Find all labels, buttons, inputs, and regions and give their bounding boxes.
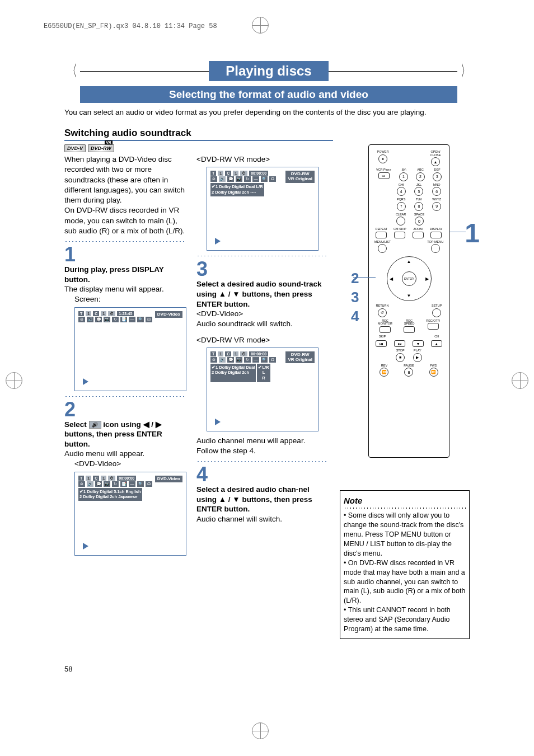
remote-eject-label: OPEN/ CLOSE xyxy=(430,151,441,157)
remote-recspeed-label: REC SPEED xyxy=(404,320,415,326)
remote-skip-label: SKIP xyxy=(379,335,386,339)
osd2-track-1: ✔1 Dolby Digital 5.1ch English xyxy=(79,489,141,495)
osd2-t: T xyxy=(78,476,84,481)
callout-1: 1 xyxy=(465,218,480,248)
dpad-up-icon: ▲ xyxy=(407,259,411,264)
step-2-screen: T 1 C 1 ⏱ 00:00:00 ⊘ 🔊 💬 📷 ↻ 📑 xyxy=(74,472,186,556)
osd2-track-2: 2 Dolby Digital 2ch Japanese xyxy=(79,494,141,500)
osdm-i8: ☊ xyxy=(269,176,276,182)
step-3-mode1: <DVD-Video> xyxy=(196,309,326,319)
remote-skip-fwd-button: ⏭ xyxy=(394,340,405,347)
dpad-right-icon: ▶ xyxy=(425,276,429,281)
chevron-right-icon: 〉 xyxy=(461,60,470,82)
remote-rev-button: ⏪ xyxy=(380,368,388,377)
step-2-heading-pre: Select xyxy=(64,420,89,429)
osd-icon-3: 💬 xyxy=(95,317,102,322)
dpad-down-icon: ▼ xyxy=(407,293,411,298)
remote-return-label: RETURN xyxy=(376,304,389,308)
intro-text: You can select an audio or video format … xyxy=(64,107,473,118)
remote-topmenu-button xyxy=(431,244,440,253)
osd3-disc-2: VR Original xyxy=(288,357,312,362)
step-divider-3 xyxy=(196,255,326,257)
osd3-t: T xyxy=(210,351,216,356)
remote-recmon-label: REC MONITOR xyxy=(378,320,392,326)
section-title: Switching audio soundtrack xyxy=(64,128,333,141)
step-divider xyxy=(64,241,186,242)
step-3-body2: Audio channel menu will appear. Follow t… xyxy=(196,436,326,456)
step-4-body: Audio channel will switch. xyxy=(196,514,326,524)
osd2-time: 00:00:00 xyxy=(117,476,136,481)
osd3-cv: 1 xyxy=(233,351,238,356)
remote-repeat-button xyxy=(376,232,387,238)
osd-icon-1: ⊘ xyxy=(78,317,85,322)
registration-mark-bottom xyxy=(252,722,269,739)
remote-play-button: ▶ xyxy=(413,353,422,362)
remote-dpad: ▲ ▼ ◀ ▶ ENTER xyxy=(387,256,432,301)
remote-ch-up-button: ▲ xyxy=(431,340,442,347)
osdm-cv: 1 xyxy=(233,171,238,176)
step-2-mode: <DVD-Video> xyxy=(74,459,186,469)
remote-recotr-label: REC/OTR xyxy=(426,320,440,323)
osd-disc-label: DVD-Video xyxy=(155,311,182,318)
osd3-i4: 📷 xyxy=(236,357,242,363)
osd3-disc-1: DVD-RW xyxy=(291,352,310,357)
osdm-track-1: ✔1 Dolby Digital Dual L/R xyxy=(212,184,263,190)
remote-7-button: 7 xyxy=(397,202,406,211)
osd3-opt-r: R xyxy=(258,375,269,381)
remote-diagram: POWER● OPEN/ CLOSE▲ VCR Plus+▭ .@/:1 ABC… xyxy=(368,144,449,458)
osd-time: 1:23:45 xyxy=(117,311,134,316)
step-3-screen: T 1 C 1 ⏱ 00:00:00 ⊘ 🔊 💬 📷 ↻ ― xyxy=(207,348,318,431)
remote-recotr-button xyxy=(428,323,439,330)
remote-eject-button: ▲ xyxy=(431,157,440,166)
remote-9-button: 9 xyxy=(432,202,441,211)
step-divider-2 xyxy=(64,396,186,397)
dvd-v-icon: DVD-V xyxy=(64,144,86,152)
osd3-audio-icon: 🔊 xyxy=(219,357,226,363)
registration-mark-right xyxy=(512,372,528,389)
remote-display-button xyxy=(430,232,442,238)
remote-power-label: POWER xyxy=(377,151,389,154)
remote-zoom-button xyxy=(413,232,424,238)
remote-ch-label: CH xyxy=(434,335,439,339)
note-dots xyxy=(344,508,466,509)
remote-4-button: 4 xyxy=(397,187,406,196)
osd3-track-1: ✔1 Dolby Digital Dual xyxy=(212,365,255,370)
note-item-1: • Some discs will only allow you to chan… xyxy=(344,511,466,558)
osd2-tv: 1 xyxy=(86,476,91,481)
callout-234-line xyxy=(353,277,376,278)
osd2-tracks: ✔1 Dolby Digital 5.1ch English 2 Dolby D… xyxy=(78,488,142,501)
remote-2-button: 2 xyxy=(416,172,425,181)
remote-topmenu-label: TOP MENU xyxy=(427,241,443,244)
osdm-tv: 1 xyxy=(218,171,223,176)
osd2-cv: 1 xyxy=(101,476,106,481)
remote-recmon-button xyxy=(380,326,391,333)
osd-clock-icon: ⏱ xyxy=(108,311,115,316)
osd2-i8: 🔍 xyxy=(137,481,144,487)
remote-5-button: 5 xyxy=(414,187,423,196)
play-icon-m xyxy=(215,238,221,245)
registration-mark-top xyxy=(252,17,269,34)
osd3-i3: 💬 xyxy=(227,357,234,363)
step-2-number: 2 xyxy=(64,400,186,420)
left-body: When playing a DVD-Video disc recorded w… xyxy=(64,154,186,236)
remote-9-label: WXYZ xyxy=(432,198,441,201)
osdm-i4: 📷 xyxy=(236,176,242,182)
remote-3-button: 3 xyxy=(433,172,442,181)
step-1-number: 1 xyxy=(64,245,186,265)
osd3-time: 00:00:00 xyxy=(249,351,268,356)
osd2-disc: DVD-Video xyxy=(155,476,182,483)
osd-icon-6: 📑 xyxy=(120,317,127,322)
play-icon-3 xyxy=(215,419,221,425)
step-1-body: The display menu will appear. xyxy=(64,284,186,294)
mid-mode: <DVD-RW VR mode> xyxy=(196,154,326,165)
step-4-number: 4 xyxy=(196,464,326,485)
note-title: Note xyxy=(344,495,466,506)
osdm-track-2: 2 Dolby Digital 2ch ---- xyxy=(212,190,263,195)
osd2-c: C xyxy=(93,476,99,481)
remote-vcrplus-label: VCR Plus+ xyxy=(376,168,391,172)
callout-3: 3 xyxy=(351,288,359,307)
osd-icon-4: 📷 xyxy=(104,317,110,322)
osd3-i6: ― xyxy=(252,357,259,363)
remote-7-label: PQRS xyxy=(397,198,406,201)
osd2-i5: ↻ xyxy=(112,481,119,487)
